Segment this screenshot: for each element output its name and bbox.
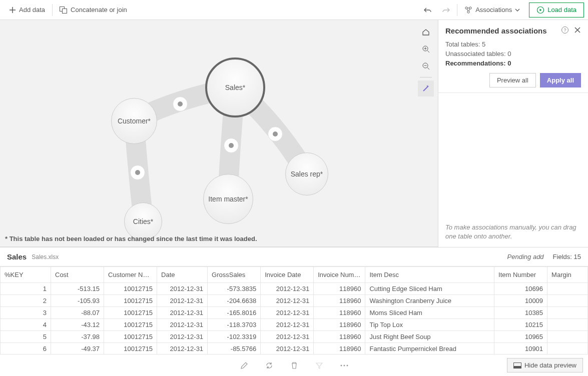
assoc-node[interactable]: [224, 138, 239, 153]
bubble-item-master-label: Item master*: [208, 195, 248, 203]
undo-button[interactable]: [419, 4, 437, 16]
zoom-out-button[interactable]: [418, 58, 434, 74]
associations-dropdown[interactable]: Associations: [459, 3, 525, 17]
col-inv[interactable]: Invoice Date: [261, 267, 314, 283]
add-data-button[interactable]: Add data: [4, 3, 50, 16]
wand-icon: [421, 84, 430, 93]
total-tables-row: Total tables: 5: [445, 40, 581, 48]
zoom-in-button[interactable]: [418, 41, 434, 57]
help-icon[interactable]: ?: [561, 26, 569, 36]
svg-point-4: [467, 10, 469, 12]
table-row[interactable]: 4-43.12100127152012-12-31-118.37032012-1…: [1, 319, 588, 331]
filter-icon[interactable]: [313, 360, 325, 372]
top-toolbar: Add data Concatenate or join Association…: [0, 0, 588, 20]
preview-table-name: Sales: [7, 252, 27, 261]
preview-footer: Hide data preview: [0, 354, 588, 376]
home-icon: [421, 28, 430, 36]
col-invnum[interactable]: Invoice Num…: [314, 267, 365, 283]
assoc-node[interactable]: [173, 96, 188, 112]
concat-icon: [60, 6, 68, 14]
delete-icon[interactable]: [288, 360, 300, 372]
associations-icon: [464, 6, 472, 14]
associations-label: Associations: [475, 6, 512, 14]
recommendations-row: Recommendations: 0: [445, 60, 581, 67]
table-row[interactable]: 1-513.15100127152012-12-31-573.38352012-…: [1, 283, 588, 295]
table-row[interactable]: 2-105.93100127152012-12-31-204.66382012-…: [1, 295, 588, 307]
svg-rect-1: [63, 8, 67, 13]
canvas-footnote: * This table has not been loaded or has …: [5, 235, 257, 242]
bubble-sales-rep-label: Sales rep*: [291, 170, 323, 178]
bubble-sales-label: Sales*: [225, 84, 245, 92]
canvas-area: Sales* Customer* Cities* Item master* Sa…: [0, 20, 438, 247]
zoom-out-icon: [421, 62, 430, 70]
assoc-node[interactable]: [130, 165, 145, 180]
concat-button[interactable]: Concatenate or join: [55, 3, 132, 16]
col-desc[interactable]: Item Desc: [365, 267, 494, 283]
col-gross[interactable]: GrossSales: [208, 267, 261, 283]
canvas-toolbar: [418, 24, 434, 96]
magic-wand-button[interactable]: [418, 80, 434, 96]
refresh-icon[interactable]: [263, 360, 275, 372]
table-header-row: %KEY Cost Customer N… Date GrossSales In…: [1, 267, 588, 283]
panel-icon: [513, 362, 521, 368]
bubble-customer-label: Customer*: [118, 117, 151, 125]
col-itemnum[interactable]: Item Number: [494, 267, 547, 283]
plus-icon: [9, 6, 16, 14]
side-panel-footer: To make associations manually, you can d…: [438, 217, 588, 247]
data-table: %KEY Cost Customer N… Date GrossSales In…: [0, 266, 588, 354]
apply-all-button[interactable]: Apply all: [540, 73, 581, 88]
col-date[interactable]: Date: [157, 267, 208, 283]
bubble-item-master[interactable]: Item master*: [203, 174, 253, 224]
col-cost[interactable]: Cost: [51, 267, 104, 283]
col-key[interactable]: %KEY: [1, 267, 51, 283]
chevron-down-icon: [515, 8, 520, 12]
svg-point-11: [343, 364, 345, 366]
unassoc-tables-row: Unassociated tables: 0: [445, 50, 581, 58]
preview-file-name: Sales.xlsx: [32, 254, 59, 260]
data-preview: Sales Sales.xlsx Pending add Fields: 15 …: [0, 247, 588, 376]
more-icon[interactable]: [338, 360, 350, 372]
zoom-in-icon: [421, 44, 430, 54]
close-icon[interactable]: [574, 26, 581, 35]
svg-point-10: [340, 364, 342, 366]
preview-all-button[interactable]: Preview all: [489, 73, 536, 88]
load-data-button[interactable]: Load data: [529, 2, 584, 18]
add-data-label: Add data: [19, 6, 45, 14]
hide-preview-button[interactable]: Hide data preview: [507, 358, 583, 372]
svg-rect-14: [513, 366, 521, 368]
side-panel: Recommended associations ? Total tables:…: [438, 20, 588, 247]
table-row[interactable]: 5-37.98100127152012-12-31-102.33192012-1…: [1, 331, 588, 343]
svg-point-12: [346, 364, 348, 366]
concat-label: Concatenate or join: [71, 6, 127, 14]
col-cust[interactable]: Customer N…: [104, 267, 157, 283]
preview-pending: Pending add: [507, 253, 544, 260]
load-data-label: Load data: [547, 6, 576, 14]
side-panel-title: Recommended associations: [445, 26, 561, 35]
preview-fields: Fields: 15: [553, 253, 581, 260]
bubble-customer[interactable]: Customer*: [111, 98, 157, 144]
table-row[interactable]: 6-49.37100127152012-12-31-85.57662012-12…: [1, 343, 588, 354]
assoc-node[interactable]: [268, 126, 283, 142]
bubble-cities-label: Cities*: [133, 218, 153, 226]
play-circle-icon: [536, 6, 544, 14]
redo-icon: [442, 6, 450, 14]
table-row[interactable]: 3-88.07100127152012-12-31-165.80162012-1…: [1, 307, 588, 319]
redo-button[interactable]: [437, 4, 455, 16]
home-zoom-button[interactable]: [418, 24, 434, 40]
col-margin[interactable]: Margin: [547, 267, 588, 283]
svg-text:?: ?: [563, 28, 566, 32]
bubble-sales-rep[interactable]: Sales rep*: [285, 152, 328, 196]
undo-icon: [424, 6, 432, 14]
edit-icon[interactable]: [238, 360, 250, 372]
bubble-sales[interactable]: Sales*: [205, 58, 265, 118]
hide-preview-label: Hide data preview: [524, 362, 576, 369]
